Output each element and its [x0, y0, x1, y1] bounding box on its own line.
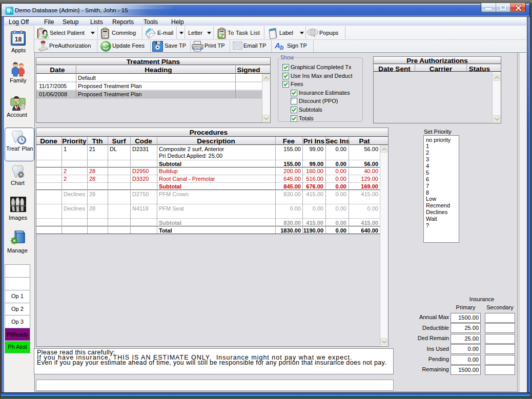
svg-text:18: 18	[15, 36, 22, 43]
